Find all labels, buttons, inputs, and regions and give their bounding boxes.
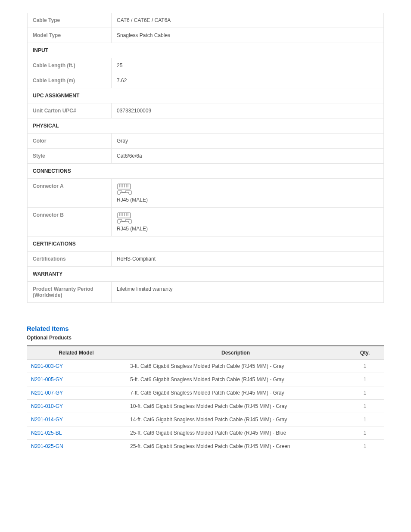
related-qty-cell: 1 bbox=[346, 360, 384, 373]
related-model-link[interactable]: N201-025-GN bbox=[31, 443, 63, 449]
related-model-cell: N201-025-GN bbox=[27, 440, 126, 453]
spec-row-color: Color Gray bbox=[28, 133, 383, 148]
related-desc-cell: 3-ft. Cat6 Gigabit Snagless Molded Patch… bbox=[126, 360, 346, 373]
related-desc-cell: 25-ft. Cat6 Gigabit Snagless Molded Patc… bbox=[126, 426, 346, 440]
related-model-cell: N201-005-GY bbox=[27, 373, 126, 386]
spec-value: RJ45 (MALE) bbox=[112, 179, 383, 207]
table-row: N201-007-GY7-ft. Cat6 Gigabit Snagless M… bbox=[27, 386, 384, 400]
spec-section-connections: CONNECTIONS bbox=[28, 163, 383, 178]
spec-label: Connector B bbox=[28, 208, 112, 236]
spec-value: 037332100009 bbox=[112, 103, 383, 118]
spec-label: Style bbox=[28, 149, 112, 163]
related-items-heading: Related Items bbox=[27, 325, 384, 332]
spec-row-connector-b: Connector B RJ45 (MALE) bbox=[28, 207, 383, 236]
spec-value: RoHS-Compliant bbox=[112, 252, 383, 266]
related-qty-cell: 1 bbox=[346, 400, 384, 413]
related-model-link[interactable]: N201-003-GY bbox=[31, 363, 63, 369]
spec-label: Connector A bbox=[28, 179, 112, 207]
spec-value: CAT6 / CAT6E / CAT6A bbox=[112, 13, 383, 28]
spec-row-cable-length-ft: Cable Length (ft.) 25 bbox=[28, 58, 383, 73]
related-model-link[interactable]: N201-025-BL bbox=[31, 430, 62, 436]
related-qty-cell: 1 bbox=[346, 413, 384, 426]
connector-a-text: RJ45 (MALE) bbox=[117, 197, 148, 203]
related-qty-cell: 1 bbox=[346, 426, 384, 440]
spec-section-certifications: CERTIFICATIONS bbox=[28, 236, 383, 251]
related-products-table: Related Model Description Qty. N201-003-… bbox=[27, 345, 384, 453]
spec-label: Product Warranty Period (Worldwide) bbox=[28, 282, 112, 302]
col-header-desc: Description bbox=[126, 346, 346, 360]
spec-section-warranty: WARRANTY bbox=[28, 266, 383, 281]
spec-label: Cable Length (ft.) bbox=[28, 58, 112, 73]
spec-table: Cable Type CAT6 / CAT6E / CAT6A Model Ty… bbox=[27, 13, 384, 303]
table-row: N201-010-GY10-ft. Cat6 Gigabit Snagless … bbox=[27, 400, 384, 413]
spec-value: Cat6/6e/6a bbox=[112, 149, 383, 163]
spec-value: 25 bbox=[112, 58, 383, 73]
spec-section-upc: UPC ASSIGNMENT bbox=[28, 88, 383, 103]
spec-label: Model Type bbox=[28, 28, 112, 43]
spec-row-model-type: Model Type Snagless Patch Cables bbox=[28, 28, 383, 43]
spec-label: Cable Type bbox=[28, 13, 112, 28]
table-row: N201-025-GN25-ft. Cat6 Gigabit Snagless … bbox=[27, 440, 384, 453]
optional-products-heading: Optional Products bbox=[27, 335, 384, 341]
related-model-link[interactable]: N201-010-GY bbox=[31, 403, 63, 409]
spec-row-upc: Unit Carton UPC# 037332100009 bbox=[28, 103, 383, 118]
spec-section-physical: PHYSICAL bbox=[28, 118, 383, 133]
spec-label: Color bbox=[28, 134, 112, 148]
spec-row-warranty: Product Warranty Period (Worldwide) Life… bbox=[28, 281, 383, 302]
spec-value: Gray bbox=[112, 134, 383, 148]
spec-row-connector-a: Connector A RJ45 (MALE) bbox=[28, 178, 383, 207]
related-desc-cell: 14-ft. Cat6 Gigabit Snagless Molded Patc… bbox=[126, 413, 346, 426]
spec-row-style: Style Cat6/6e/6a bbox=[28, 148, 383, 163]
spec-label: Cable Length (m) bbox=[28, 73, 112, 88]
related-model-link[interactable]: N201-014-GY bbox=[31, 417, 63, 423]
related-model-cell: N201-014-GY bbox=[27, 413, 126, 426]
spec-row-cable-length-m: Cable Length (m) 7.62 bbox=[28, 73, 383, 88]
related-model-cell: N201-025-BL bbox=[27, 426, 126, 440]
col-header-qty: Qty. bbox=[346, 346, 384, 360]
table-row: N201-025-BL25-ft. Cat6 Gigabit Snagless … bbox=[27, 426, 384, 440]
related-desc-cell: 5-ft. Cat6 Gigabit Snagless Molded Patch… bbox=[126, 373, 346, 386]
rj45-icon bbox=[117, 183, 134, 196]
rj45-icon bbox=[117, 212, 134, 225]
spec-value: RJ45 (MALE) bbox=[112, 208, 383, 236]
connector-b-text: RJ45 (MALE) bbox=[117, 226, 148, 232]
related-desc-cell: 10-ft. Cat6 Gigabit Snagless Molded Patc… bbox=[126, 400, 346, 413]
col-header-model: Related Model bbox=[27, 346, 126, 360]
table-row: N201-003-GY3-ft. Cat6 Gigabit Snagless M… bbox=[27, 360, 384, 373]
spec-label: Unit Carton UPC# bbox=[28, 103, 112, 118]
table-row: N201-005-GY5-ft. Cat6 Gigabit Snagless M… bbox=[27, 373, 384, 386]
related-model-cell: N201-010-GY bbox=[27, 400, 126, 413]
related-desc-cell: 7-ft. Cat6 Gigabit Snagless Molded Patch… bbox=[126, 386, 346, 400]
related-model-link[interactable]: N201-007-GY bbox=[31, 390, 63, 396]
related-qty-cell: 1 bbox=[346, 373, 384, 386]
related-model-link[interactable]: N201-005-GY bbox=[31, 376, 63, 383]
spec-value: 7.62 bbox=[112, 73, 383, 88]
related-qty-cell: 1 bbox=[346, 386, 384, 400]
related-model-cell: N201-007-GY bbox=[27, 386, 126, 400]
table-row: N201-014-GY14-ft. Cat6 Gigabit Snagless … bbox=[27, 413, 384, 426]
related-model-cell: N201-003-GY bbox=[27, 360, 126, 373]
spec-row-certifications: Certifications RoHS-Compliant bbox=[28, 251, 383, 266]
related-desc-cell: 25-ft. Cat6 Gigabit Snagless Molded Patc… bbox=[126, 440, 346, 453]
spec-value: Snagless Patch Cables bbox=[112, 28, 383, 43]
spec-value: Lifetime limited warranty bbox=[112, 282, 383, 302]
spec-row-cable-type: Cable Type CAT6 / CAT6E / CAT6A bbox=[28, 13, 383, 28]
spec-label: Certifications bbox=[28, 252, 112, 266]
related-qty-cell: 1 bbox=[346, 440, 384, 453]
spec-section-input: INPUT bbox=[28, 43, 383, 58]
